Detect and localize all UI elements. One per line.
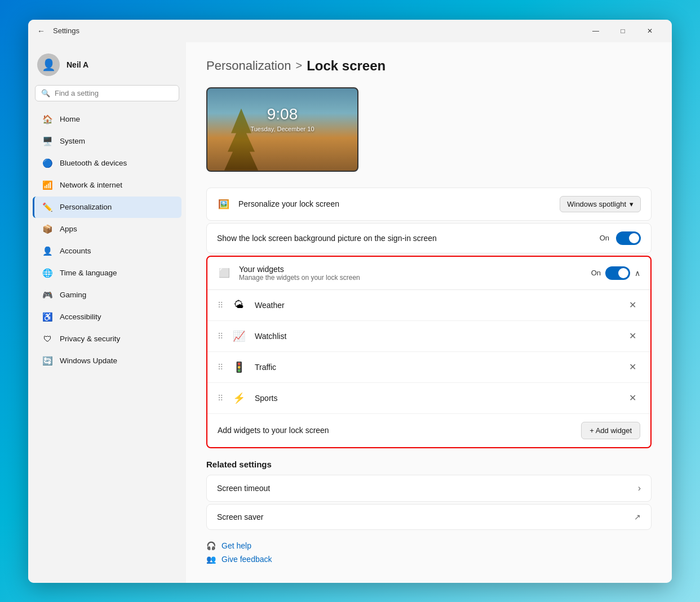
get-help-label: Get help <box>221 541 251 550</box>
minimize-button[interactable]: — <box>583 22 609 40</box>
widget-watchlist-name: Watchlist <box>255 332 286 341</box>
personalization-icon: ✏️ <box>42 202 53 213</box>
traffic-icon: 🚦 <box>231 359 247 375</box>
sidebar-item-network[interactable]: 📶 Network & internet <box>33 175 181 196</box>
title-bar: ← Settings — □ ✕ <box>28 20 672 42</box>
sidebar-item-gaming[interactable]: 🎮 Gaming <box>33 284 181 306</box>
widget-sports-left: ⠿ ⚡ Sports <box>218 390 277 406</box>
widgets-header: ⬜ Your widgets Manage the widgets on you… <box>207 257 650 290</box>
search-box[interactable]: 🔍 <box>35 85 179 101</box>
widgets-toggle-label: On <box>591 269 601 277</box>
system-icon: 🖥️ <box>42 136 53 147</box>
widget-traffic-left: ⠿ 🚦 Traffic <box>218 359 276 375</box>
chevron-right-icon: › <box>638 483 641 493</box>
sidebar-item-personalization[interactable]: ✏️ Personalization <box>33 197 181 218</box>
remove-watchlist-button[interactable]: ✕ <box>624 328 640 344</box>
sidebar-label-update: Windows Update <box>60 356 117 365</box>
give-feedback-icon: 👥 <box>206 555 216 564</box>
widget-sports-name: Sports <box>255 394 277 403</box>
sign-in-row-right: On <box>600 231 641 245</box>
widget-item-weather: ⠿ 🌤 Weather ✕ <box>207 290 650 321</box>
widget-item-sports: ⠿ ⚡ Sports ✕ <box>207 383 650 414</box>
remove-traffic-button[interactable]: ✕ <box>624 359 640 375</box>
external-link-icon: ↗ <box>634 512 641 521</box>
sidebar-label-system: System <box>60 137 85 145</box>
screen-saver-label: Screen saver <box>217 512 263 521</box>
avatar-icon: 👤 <box>42 58 56 72</box>
personalize-row-left: 🖼️ Personalize your lock screen <box>217 197 339 211</box>
drag-handle-watchlist[interactable]: ⠿ <box>218 332 223 341</box>
related-row-screen-timeout[interactable]: Screen timeout › <box>206 475 652 502</box>
personalize-row: 🖼️ Personalize your lock screen Windows … <box>206 188 652 221</box>
widget-weather-left: ⠿ 🌤 Weather <box>218 297 285 313</box>
give-feedback-link[interactable]: 👥 Give feedback <box>206 555 652 564</box>
sidebar-item-bluetooth[interactable]: 🔵 Bluetooth & devices <box>33 153 181 174</box>
widgets-header-icon: ⬜ <box>218 266 231 280</box>
widgets-subtitle: Manage the widgets on your lock screen <box>239 274 360 282</box>
widgets-title: Your widgets <box>239 265 360 274</box>
add-widget-row: Add widgets to your lock screen + Add wi… <box>207 414 650 447</box>
widgets-header-text: Your widgets Manage the widgets on your … <box>239 265 360 282</box>
drag-handle-sports[interactable]: ⠿ <box>218 394 223 403</box>
bluetooth-icon: 🔵 <box>42 158 53 169</box>
lock-screen-preview: 9:08 Tuesday, December 10 <box>206 87 358 172</box>
time-icon: 🌐 <box>42 267 53 279</box>
window-controls: — □ ✕ <box>583 22 663 40</box>
back-button[interactable]: ← <box>35 24 47 38</box>
widget-watchlist-left: ⠿ 📈 Watchlist <box>218 328 286 344</box>
drag-handle-traffic[interactable]: ⠿ <box>218 363 223 372</box>
widget-weather-name: Weather <box>255 301 285 310</box>
breadcrumb-current: Lock screen <box>307 58 386 74</box>
sidebar-item-accounts[interactable]: 👤 Accounts <box>33 240 181 262</box>
home-icon: 🏠 <box>42 114 53 125</box>
preview-time: 9:08 <box>207 105 357 123</box>
search-input[interactable] <box>55 89 173 97</box>
related-settings-heading: Related settings <box>206 460 652 469</box>
sidebar-item-time[interactable]: 🌐 Time & language <box>33 262 181 284</box>
sidebar-item-update[interactable]: 🔄 Windows Update <box>33 350 181 372</box>
widgets-header-left: ⬜ Your widgets Manage the widgets on you… <box>218 265 360 282</box>
screen-timeout-label: Screen timeout <box>217 484 270 493</box>
sign-in-toggle[interactable] <box>616 231 641 245</box>
chevron-up-icon[interactable]: ∧ <box>635 269 640 278</box>
sign-in-row-left: Show the lock screen background picture … <box>217 234 437 243</box>
watchlist-icon: 📈 <box>231 328 247 344</box>
settings-window: ← Settings — □ ✕ 👤 Neil A 🔍 🏠 <box>28 20 672 583</box>
close-button[interactable]: ✕ <box>637 22 663 40</box>
remove-sports-button[interactable]: ✕ <box>624 390 640 406</box>
sign-in-label: Show the lock screen background picture … <box>217 234 437 243</box>
window-title: Settings <box>53 26 79 35</box>
sidebar-label-apps: Apps <box>60 225 77 233</box>
sidebar-item-privacy[interactable]: 🛡 Privacy & security <box>33 328 181 350</box>
personalize-icon: 🖼️ <box>217 197 231 211</box>
widgets-header-right: On ∧ <box>591 266 640 280</box>
accessibility-icon: ♿ <box>42 311 53 323</box>
personalize-dropdown[interactable]: Windows spotlight ▾ <box>560 196 641 212</box>
sidebar-item-accessibility[interactable]: ♿ Accessibility <box>33 306 181 328</box>
content-area: 👤 Neil A 🔍 🏠 Home 🖥️ System 🔵 <box>28 42 672 583</box>
add-widget-button[interactable]: + Add widget <box>581 422 640 439</box>
sidebar-item-apps[interactable]: 📦 Apps <box>33 218 181 240</box>
sidebar-label-accounts: Accounts <box>60 247 91 255</box>
gaming-icon: 🎮 <box>42 289 53 301</box>
get-help-link[interactable]: 🎧 Get help <box>206 541 652 550</box>
sidebar-item-home[interactable]: 🏠 Home <box>33 109 181 130</box>
maximize-button[interactable]: □ <box>610 22 636 40</box>
privacy-icon: 🛡 <box>42 333 53 345</box>
accounts-icon: 👤 <box>42 246 53 257</box>
drag-handle-weather[interactable]: ⠿ <box>218 301 223 310</box>
breadcrumb-parent[interactable]: Personalization <box>206 59 291 73</box>
main-content: Personalization > Lock screen 9:08 Tuesd… <box>186 42 672 583</box>
sidebar-item-system[interactable]: 🖥️ System <box>33 131 181 152</box>
avatar: 👤 <box>37 53 60 76</box>
preview-date: Tuesday, December 10 <box>207 126 357 132</box>
sidebar-label-network: Network & internet <box>60 181 122 189</box>
search-icon: 🔍 <box>41 89 50 97</box>
network-icon: 📶 <box>42 180 53 191</box>
remove-weather-button[interactable]: ✕ <box>624 297 640 313</box>
widgets-toggle[interactable] <box>605 266 630 280</box>
breadcrumb: Personalization > Lock screen <box>206 58 652 74</box>
widget-item-traffic: ⠿ 🚦 Traffic ✕ <box>207 352 650 383</box>
related-row-screen-saver[interactable]: Screen saver ↗ <box>206 504 652 530</box>
sports-icon: ⚡ <box>231 390 247 406</box>
